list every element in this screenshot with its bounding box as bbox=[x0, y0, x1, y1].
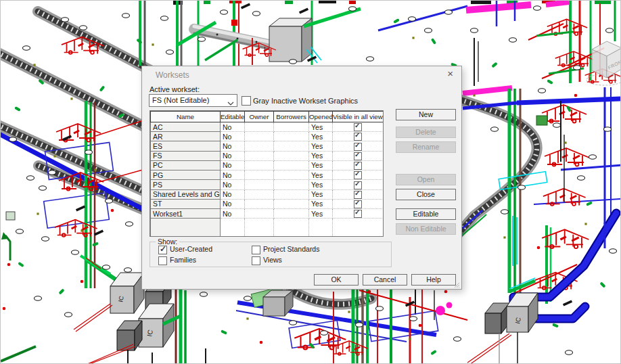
col-opened: Opened bbox=[309, 112, 333, 122]
ok-button[interactable]: OK bbox=[314, 274, 359, 286]
revit-window: IC bbox=[0, 0, 621, 364]
col-editable: Editable bbox=[221, 112, 245, 122]
workset-opened: Yes bbox=[309, 170, 333, 180]
workset-editable: No bbox=[221, 208, 245, 218]
workset-name[interactable]: PC bbox=[151, 160, 221, 170]
dialog-titlebar[interactable]: Worksets × bbox=[142, 66, 461, 83]
workset-opened: Yes bbox=[309, 180, 333, 189]
new-button[interactable]: New bbox=[396, 109, 456, 120]
workset-name[interactable]: ES bbox=[151, 141, 221, 151]
workset-editable: No bbox=[221, 180, 245, 189]
workset-editable: No bbox=[221, 132, 245, 141]
workset-name[interactable]: Shared Levels and Grids bbox=[151, 189, 221, 199]
rename-button[interactable]: Rename bbox=[396, 141, 456, 153]
cancel-button[interactable]: Cancel bbox=[363, 274, 407, 286]
table-row: FS No Yes bbox=[151, 151, 384, 160]
mechanical-unit[interactable]: IC bbox=[139, 304, 174, 347]
visible-checkbox[interactable] bbox=[354, 181, 362, 189]
workset-name[interactable]: ST bbox=[151, 199, 221, 208]
table-row: ES No Yes bbox=[151, 141, 384, 151]
active-workset-label: Active workset: bbox=[150, 85, 200, 93]
workset-borrowers bbox=[274, 141, 309, 151]
model-geometry-top bbox=[177, 1, 361, 66]
workset-owner bbox=[245, 208, 274, 218]
visible-checkbox[interactable] bbox=[354, 210, 362, 218]
gray-inactive-checkbox[interactable] bbox=[242, 96, 251, 106]
gray-inactive-label: Gray Inactive Workset Graphics bbox=[253, 97, 358, 105]
workset-opened: Yes bbox=[309, 122, 333, 132]
views-checkbox[interactable] bbox=[252, 256, 260, 265]
workset-opened: Yes bbox=[309, 151, 333, 160]
workset-borrowers bbox=[274, 122, 309, 132]
workset-owner bbox=[245, 199, 274, 208]
visible-checkbox[interactable] bbox=[354, 133, 362, 141]
workset-owner bbox=[245, 180, 274, 189]
workset-owner bbox=[245, 160, 274, 170]
workset-editable: No bbox=[221, 122, 245, 132]
workset-name[interactable]: AR bbox=[151, 132, 221, 141]
resize-grip-icon[interactable] bbox=[454, 281, 460, 288]
visible-checkbox[interactable] bbox=[354, 171, 362, 179]
workset-owner bbox=[245, 189, 274, 199]
workset-name[interactable]: PS bbox=[151, 180, 221, 189]
workset-owner bbox=[245, 132, 274, 141]
user-created-checkbox[interactable] bbox=[158, 246, 167, 254]
views-label: Views bbox=[263, 256, 282, 264]
families-label: Families bbox=[170, 256, 196, 264]
close-button[interactable]: Close bbox=[396, 189, 456, 200]
non-editable-button[interactable]: Non Editable bbox=[396, 223, 456, 235]
workset-name[interactable]: AC bbox=[151, 122, 221, 132]
workset-owner bbox=[245, 122, 274, 132]
workset-opened: Yes bbox=[309, 189, 333, 199]
table-row: PC No Yes bbox=[151, 160, 384, 170]
workset-editable: No bbox=[221, 189, 245, 199]
close-icon[interactable]: × bbox=[447, 68, 453, 79]
table-row: ST No Yes bbox=[151, 199, 384, 208]
workset-opened: Yes bbox=[309, 141, 333, 151]
workset-borrowers bbox=[274, 170, 309, 180]
workset-editable: No bbox=[221, 199, 245, 208]
viewcube[interactable]: FRONT bbox=[586, 41, 621, 85]
col-name: Name bbox=[151, 112, 221, 122]
workset-name[interactable]: PG bbox=[151, 170, 221, 180]
workset-editable: No bbox=[221, 160, 245, 170]
workset-opened: Yes bbox=[309, 132, 333, 141]
families-checkbox[interactable] bbox=[158, 256, 167, 265]
show-group: Show: User-Created Project Standards Fam… bbox=[150, 242, 392, 267]
workset-borrowers bbox=[274, 151, 309, 160]
editable-button[interactable]: Editable bbox=[396, 208, 456, 220]
worksets-table: Name Editable Owner Borrowers Opened Vis… bbox=[150, 110, 384, 237]
workset-borrowers bbox=[274, 180, 309, 189]
workset-opened: Yes bbox=[309, 199, 333, 208]
workset-editable: No bbox=[221, 141, 245, 151]
visible-checkbox[interactable] bbox=[354, 143, 362, 151]
workset-opened: Yes bbox=[309, 208, 333, 218]
table-row: Workset1 No Yes bbox=[151, 208, 384, 218]
visible-checkbox[interactable] bbox=[354, 200, 362, 208]
help-button[interactable]: Help bbox=[411, 274, 456, 286]
model-geometry-right bbox=[446, 87, 621, 304]
visible-checkbox[interactable] bbox=[354, 152, 362, 160]
worksets-dialog: Worksets × Active workset: FS (Not Edita… bbox=[141, 66, 462, 290]
workset-editable: No bbox=[221, 151, 245, 160]
open-button[interactable]: Open bbox=[396, 174, 456, 185]
chevron-down-icon bbox=[227, 99, 234, 107]
visible-checkbox[interactable] bbox=[354, 123, 362, 131]
workset-name[interactable]: FS bbox=[151, 151, 221, 160]
project-standards-checkbox[interactable] bbox=[252, 246, 260, 254]
delete-button[interactable]: Delete bbox=[396, 127, 456, 138]
table-header-row: Name Editable Owner Borrowers Opened Vis… bbox=[151, 112, 384, 122]
visible-checkbox[interactable] bbox=[354, 162, 362, 170]
table-row: Shared Levels and Grids No Yes bbox=[151, 189, 384, 199]
workset-borrowers bbox=[274, 160, 309, 170]
col-visible: Visible in all views bbox=[333, 112, 384, 122]
visible-checkbox[interactable] bbox=[354, 191, 362, 199]
workset-name[interactable]: Workset1 bbox=[151, 208, 221, 218]
workset-owner bbox=[245, 151, 274, 160]
col-owner: Owner bbox=[245, 112, 274, 122]
workset-owner bbox=[245, 170, 274, 180]
workset-borrowers bbox=[274, 132, 309, 141]
active-workset-value: FS (Not Editable) bbox=[152, 96, 209, 104]
active-workset-dropdown[interactable]: FS (Not Editable) bbox=[149, 94, 237, 107]
table-row: PS No Yes bbox=[151, 180, 384, 189]
